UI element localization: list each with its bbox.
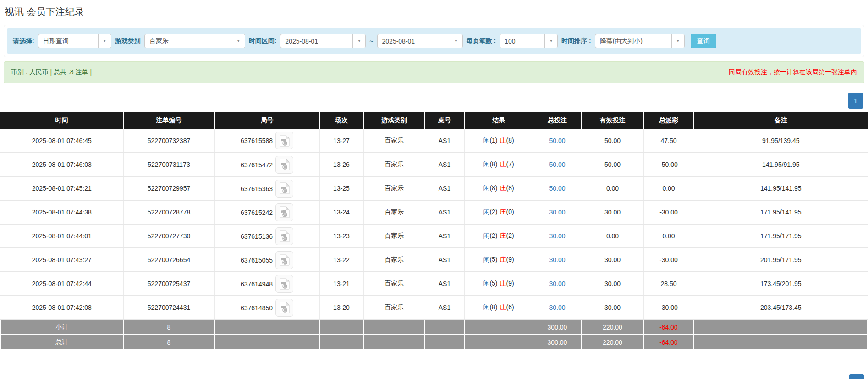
cell-table-number: AS1: [425, 296, 464, 319]
cell-time: 2025-08-01 07:45:21: [0, 176, 123, 200]
cell-time: 2025-08-01 07:44:38: [0, 200, 123, 224]
cell-table-number: AS1: [425, 153, 464, 176]
cell-round: 637615363: [214, 176, 319, 200]
video-record-button[interactable]: [275, 132, 293, 149]
total-bet-link[interactable]: 50.00: [549, 137, 565, 144]
cell-time: 2025-08-01 07:46:45: [0, 129, 123, 153]
cell-round: 637615055: [214, 248, 319, 272]
video-record-button[interactable]: [275, 227, 293, 245]
video-record-button[interactable]: [275, 180, 293, 198]
cell-bet-id: 522700729957: [123, 176, 214, 200]
cell-result: 闲(8)庄(7): [464, 153, 533, 176]
total-bet-link[interactable]: 50.00: [549, 161, 565, 168]
column-header: 场次: [319, 112, 363, 129]
cell-payout: -30.00: [643, 248, 694, 272]
cell-bet-id: 522700732387: [123, 129, 214, 153]
date-from-select[interactable]: 2025-08-01 ▼: [280, 34, 366, 48]
cell-session: 13-26: [319, 153, 363, 176]
cell-round: 637615242: [214, 200, 319, 224]
chevron-down-icon[interactable]: ▼: [450, 34, 462, 48]
round-number: 637614850: [241, 304, 273, 311]
table-row: 2025-08-01 07:45:21522700729957637615363…: [0, 176, 868, 200]
cell-valid-bet: 0.00: [582, 224, 643, 248]
result-banker-score: (0): [506, 208, 514, 215]
cell-round: 637615136: [214, 224, 319, 248]
total-bet-link[interactable]: 30.00: [549, 304, 565, 311]
video-record-button[interactable]: [275, 156, 293, 174]
result-banker-score: (9): [506, 280, 514, 287]
total-bet-link[interactable]: 30.00: [549, 256, 565, 264]
page-size-select[interactable]: 100 ▼: [500, 34, 558, 48]
date-to-select[interactable]: 2025-08-01 ▼: [377, 34, 463, 48]
grand-total-row-empty: [214, 335, 319, 350]
table-row: 2025-08-01 07:44:01522700727730637615136…: [0, 224, 868, 248]
filter-bar: 请选择: 日期查询 ▼ 游戏类别 百家乐 ▼ 时间区间: 2025-08-01 …: [7, 28, 861, 54]
total-bet-link[interactable]: 50.00: [549, 185, 565, 192]
cell-result: 闲(2)庄(2): [464, 224, 533, 248]
game-category-label: 游戏类别: [115, 37, 141, 45]
cell-total-bet: 30.00: [533, 296, 582, 319]
cell-session: 13-24: [319, 200, 363, 224]
page-size-label: 每页笔数 :: [467, 37, 496, 45]
column-header: 总投注: [533, 112, 582, 129]
result-banker-score: (8): [506, 137, 514, 144]
result-banker-score: (6): [506, 303, 514, 311]
subtotal-row-empty: [464, 319, 533, 335]
cell-time: 2025-08-01 07:46:03: [0, 153, 123, 176]
cell-total-bet: 50.00: [533, 129, 582, 153]
pagination-bottom-page-1[interactable]: 1: [849, 374, 864, 379]
video-record-button[interactable]: [275, 203, 293, 221]
video-record-button[interactable]: [275, 275, 293, 293]
chevron-down-icon[interactable]: ▼: [98, 34, 111, 48]
cell-result: 闲(8)庄(8): [464, 176, 533, 200]
video-record-button[interactable]: [275, 299, 293, 317]
result-player: 闲: [483, 137, 489, 144]
result-banker: 庄: [500, 160, 506, 168]
cell-bet-id: 522700728778: [123, 200, 214, 224]
result-player-score: (8): [489, 184, 497, 192]
chevron-down-icon[interactable]: ▼: [671, 34, 684, 48]
time-range-label: 时间区间:: [249, 37, 277, 45]
column-header: 局号: [214, 112, 319, 129]
cell-result: 闲(1)庄(8): [464, 129, 533, 153]
table-header-row: 时间注单编号局号场次游戏类别桌号结果总投注有效投注总派彩备注: [0, 112, 868, 129]
chevron-down-icon[interactable]: ▼: [544, 34, 557, 48]
grand-total-row-payout: -64.00: [643, 335, 694, 350]
total-bet-link[interactable]: 30.00: [549, 209, 565, 216]
game-category-select[interactable]: 百家乐 ▼: [144, 34, 245, 48]
round-number: 637614948: [241, 280, 273, 287]
cell-remark: 141.95/141.95: [694, 176, 868, 200]
chevron-down-icon[interactable]: ▼: [352, 34, 365, 48]
subtotal-row-remark: [694, 319, 868, 335]
grand-total-row-empty: [363, 335, 425, 350]
column-header: 总派彩: [643, 112, 694, 129]
summary-currency-total: 币别 : 人民币 | 总共 :8 注单 |: [11, 68, 92, 77]
query-type-select[interactable]: 日期查询 ▼: [38, 34, 111, 48]
time-sort-select[interactable]: 降冪(由大到小) ▼: [595, 34, 685, 48]
search-button[interactable]: 查询: [691, 34, 716, 48]
cell-payout: -30.00: [643, 200, 694, 224]
total-bet-link[interactable]: 30.00: [549, 232, 565, 240]
result-banker: 庄: [500, 256, 506, 263]
cell-total-bet: 30.00: [533, 224, 582, 248]
result-banker-score: (8): [506, 184, 514, 192]
cell-remark: 141.95/91.95: [694, 153, 868, 176]
grand-total-row-empty: [319, 335, 363, 350]
cell-total-bet: 30.00: [533, 200, 582, 224]
cell-total-bet: 50.00: [533, 176, 582, 200]
round-number: 637615588: [241, 137, 273, 144]
cell-payout: -30.00: [643, 296, 694, 319]
cell-round: 637614948: [214, 272, 319, 296]
round-number: 637615363: [241, 185, 273, 192]
date-from-value: 2025-08-01: [280, 38, 352, 45]
pagination-page-1[interactable]: 1: [848, 93, 863, 109]
video-record-button[interactable]: [275, 251, 293, 269]
pagination-top: 1: [5, 93, 863, 109]
video-record-icon: [279, 278, 290, 290]
time-sort-label: 时间排序 :: [561, 37, 591, 45]
cell-table-number: AS1: [425, 272, 464, 296]
chevron-down-icon[interactable]: ▼: [232, 34, 245, 48]
result-player-score: (2): [489, 232, 497, 239]
cell-result: 闲(5)庄(9): [464, 248, 533, 272]
total-bet-link[interactable]: 30.00: [549, 280, 565, 287]
